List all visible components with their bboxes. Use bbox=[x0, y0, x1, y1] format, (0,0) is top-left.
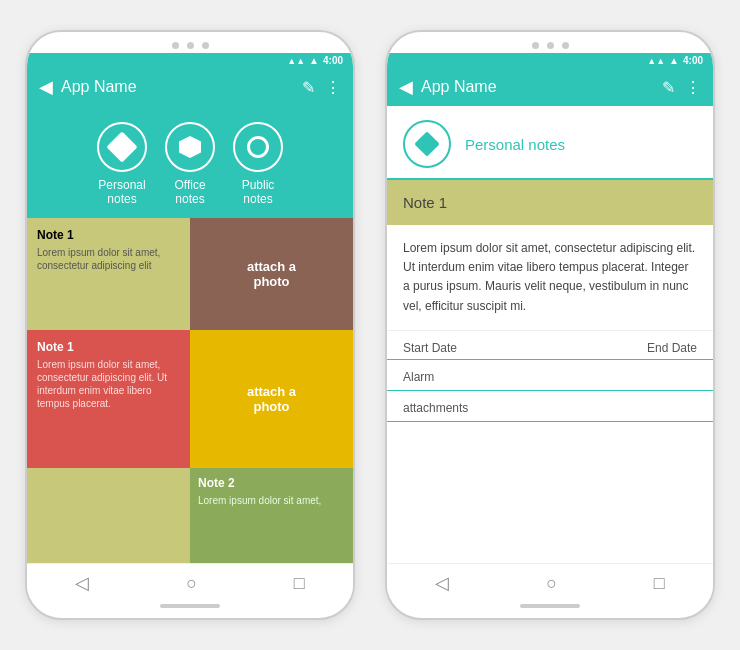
note-card-empty bbox=[27, 468, 190, 563]
note-2-title: Note 1 bbox=[37, 340, 180, 354]
back-nav-icon[interactable]: ◁ bbox=[75, 572, 89, 594]
recent-nav-icon[interactable]: □ bbox=[294, 573, 305, 594]
right-back-nav-icon[interactable]: ◁ bbox=[435, 572, 449, 594]
note-attach-2[interactable]: attach aphoto bbox=[190, 330, 353, 468]
right-phone-top-notch bbox=[387, 32, 713, 53]
signal-icon: ▲▲ bbox=[287, 56, 305, 66]
app-bar-icons: ✎ ⋮ bbox=[302, 78, 341, 97]
notch-dot-1 bbox=[172, 42, 179, 49]
right-wifi-icon: ▲ bbox=[669, 55, 679, 66]
right-more-icon[interactable]: ⋮ bbox=[685, 78, 701, 97]
note-card-1[interactable]: Note 1 Lorem ipsum dolor sit amet, conse… bbox=[27, 218, 190, 330]
notch-dot-2 bbox=[187, 42, 194, 49]
right-edit-icon[interactable]: ✎ bbox=[662, 78, 675, 97]
profile-icon bbox=[403, 120, 451, 168]
note-3-body: Lorem ipsum dolor sit amet, bbox=[198, 494, 345, 507]
right-app-bar: ◀ App Name ✎ ⋮ bbox=[387, 68, 713, 106]
left-app-bar: ◀ App Name ✎ ⋮ bbox=[27, 68, 353, 106]
attach-photo-label-1: attach aphoto bbox=[247, 259, 296, 289]
office-label: Officenotes bbox=[174, 178, 205, 206]
notch-dot-3 bbox=[202, 42, 209, 49]
note-card-3[interactable]: Note 2 Lorem ipsum dolor sit amet, bbox=[190, 468, 353, 563]
note-detail-header: Note 1 bbox=[387, 180, 713, 225]
right-recent-nav-icon[interactable]: □ bbox=[654, 573, 665, 594]
home-nav-icon[interactable]: ○ bbox=[186, 573, 197, 594]
right-notch-dot-3 bbox=[562, 42, 569, 49]
end-date-label[interactable]: End Date bbox=[647, 341, 697, 355]
category-office[interactable]: Officenotes bbox=[165, 122, 215, 206]
edit-icon[interactable]: ✎ bbox=[302, 78, 315, 97]
diamond-icon bbox=[106, 131, 137, 162]
right-status-time: 4:00 bbox=[683, 55, 703, 66]
left-bottom-nav: ◁ ○ □ bbox=[27, 563, 353, 598]
right-notch-dot-1 bbox=[532, 42, 539, 49]
circle-icon bbox=[247, 136, 269, 158]
note-1-title: Note 1 bbox=[37, 228, 180, 242]
right-phone-bottom bbox=[387, 598, 713, 618]
profile-name: Personal notes bbox=[465, 136, 565, 153]
phone-top-notch bbox=[27, 32, 353, 53]
personal-label: Personalnotes bbox=[98, 178, 145, 206]
hexagon-icon bbox=[179, 136, 201, 158]
note-attach-1[interactable]: attach aphoto bbox=[190, 218, 353, 330]
date-field-row: Start Date End Date bbox=[387, 331, 713, 360]
category-personal[interactable]: Personalnotes bbox=[97, 122, 147, 206]
start-date-label[interactable]: Start Date bbox=[403, 341, 457, 355]
more-icon[interactable]: ⋮ bbox=[325, 78, 341, 97]
public-icon-circle bbox=[233, 122, 283, 172]
attach-photo-label-2: attach aphoto bbox=[247, 384, 296, 414]
app-title: App Name bbox=[61, 78, 294, 96]
right-home-nav-icon[interactable]: ○ bbox=[546, 573, 557, 594]
public-label: Publicnotes bbox=[242, 178, 275, 206]
right-app-bar-icons: ✎ ⋮ bbox=[662, 78, 701, 97]
note-detail-body: Lorem ipsum dolor sit amet, consectetur … bbox=[387, 225, 713, 331]
home-bar bbox=[160, 604, 220, 608]
notes-grid: Note 1 Lorem ipsum dolor sit amet, conse… bbox=[27, 218, 353, 563]
wifi-icon: ▲ bbox=[309, 55, 319, 66]
left-status-bar: ▲▲ ▲ 4:00 bbox=[27, 53, 353, 68]
personal-icon-circle bbox=[97, 122, 147, 172]
right-status-bar: ▲▲ ▲ 4:00 bbox=[387, 53, 713, 68]
office-icon-circle bbox=[165, 122, 215, 172]
profile-diamond-icon bbox=[414, 131, 439, 156]
right-home-bar bbox=[520, 604, 580, 608]
category-public[interactable]: Publicnotes bbox=[233, 122, 283, 206]
right-notch-dot-2 bbox=[547, 42, 554, 49]
categories-row: Personalnotes Officenotes Publicnotes bbox=[27, 106, 353, 218]
attachments-field[interactable]: attachments bbox=[387, 391, 713, 422]
note-1-body: Lorem ipsum dolor sit amet, consectetur … bbox=[37, 246, 180, 272]
left-phone-bottom bbox=[27, 598, 353, 618]
profile-section: Personal notes bbox=[387, 106, 713, 180]
note-card-2[interactable]: Note 1 Lorem ipsum dolor sit amet, conse… bbox=[27, 330, 190, 468]
attachments-label: attachments bbox=[403, 401, 697, 417]
right-phone: ▲▲ ▲ 4:00 ◀ App Name ✎ ⋮ Personal notes … bbox=[385, 30, 715, 620]
right-bottom-nav: ◁ ○ □ bbox=[387, 563, 713, 598]
status-time: 4:00 bbox=[323, 55, 343, 66]
right-phone-content: Personal notes Note 1 Lorem ipsum dolor … bbox=[387, 106, 713, 563]
back-button[interactable]: ◀ bbox=[39, 76, 53, 98]
note-2-body: Lorem ipsum dolor sit amet, consectetur … bbox=[37, 358, 180, 410]
alarm-field[interactable]: Alarm bbox=[387, 360, 713, 391]
left-phone-content: Personalnotes Officenotes Publicnotes No… bbox=[27, 106, 353, 563]
left-phone: ▲▲ ▲ 4:00 ◀ App Name ✎ ⋮ Personalnotes O… bbox=[25, 30, 355, 620]
right-signal-icon: ▲▲ bbox=[647, 56, 665, 66]
alarm-label: Alarm bbox=[403, 370, 697, 386]
note-3-title: Note 2 bbox=[198, 476, 345, 490]
right-app-title: App Name bbox=[421, 78, 654, 96]
right-back-button[interactable]: ◀ bbox=[399, 76, 413, 98]
